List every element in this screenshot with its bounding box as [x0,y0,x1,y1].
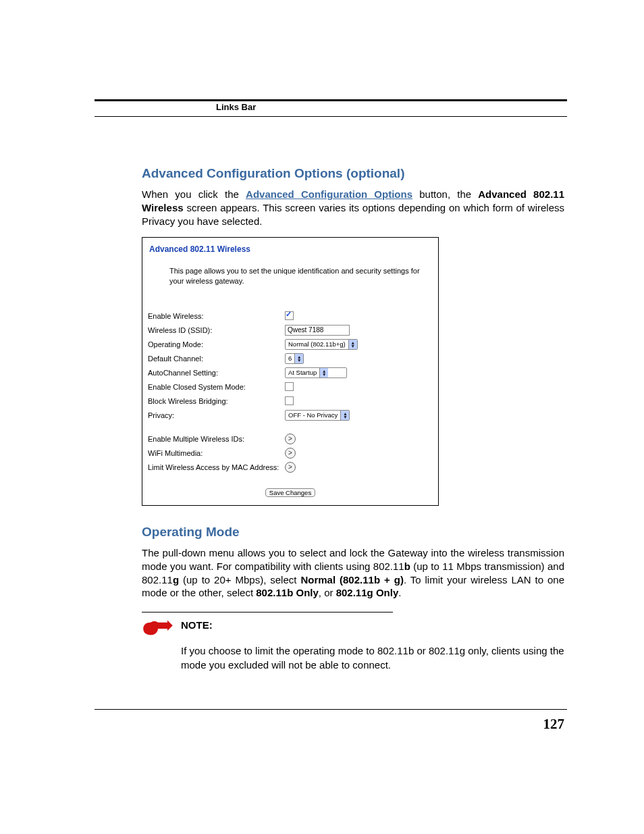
label-block-bridging: Block Wireless Bridging: [148,397,285,405]
arrow-mac-limit[interactable]: > [285,462,296,473]
select-default-channel-value: 6 [286,355,294,362]
label-mac-limit: Limit Wireless Access by MAC Address: [148,463,285,471]
wireless-panel: Advanced 802.11 Wireless This page allow… [142,237,439,506]
stepper-icon: ▲▼ [348,340,357,349]
stepper-icon: ▲▼ [340,411,349,420]
pointer-icon [142,619,181,640]
arrow-multiple-ids[interactable]: > [285,434,296,444]
ssid-input[interactable]: Qwest 7188 [285,325,350,336]
stepper-icon: ▲▼ [319,368,328,377]
intro-pre: When you click the [142,188,246,200]
label-wifi-mm: WiFi Multimedia: [148,449,285,457]
heading-operating-mode: Operating Mode [142,525,564,540]
note-text: If you choose to limit the operating mod… [181,644,564,672]
select-operating-mode[interactable]: Normal (802.11b+g) ▲▼ [285,339,358,350]
intro-post: button, the [412,188,478,200]
checkbox-block-bridging[interactable] [285,396,294,405]
content-area: Advanced Configuration Options (optional… [142,166,564,672]
save-button[interactable]: Save Changes [265,488,315,497]
label-default-channel: Default Channel: [148,355,285,363]
top-rule [95,99,567,101]
header-section: Links Bar [216,102,256,112]
select-privacy-value: OFF - No Privacy [286,411,340,419]
label-ssid: Wireless ID (SSID): [148,326,285,334]
note-rule [142,612,393,613]
advanced-config-link[interactable]: Advanced Configuration Options [246,188,412,200]
label-operating-mode: Operating Mode: [148,340,285,348]
note-label: NOTE: [181,619,564,631]
panel-desc: This page allows you to set the unique i… [169,266,433,286]
operating-mode-paragraph: The pull-down menu allows you to select … [142,546,564,600]
select-privacy[interactable]: OFF - No Privacy ▲▼ [285,410,350,421]
arrow-wifi-mm[interactable]: > [285,448,296,459]
document-page: Links Bar Advanced Configuration Options… [0,0,644,834]
top-thin-rule [95,116,567,117]
checkbox-closed-system[interactable] [285,382,294,391]
select-autochannel[interactable]: At Startup ▲▼ [285,367,347,378]
intro-paragraph: When you click the Advanced Configuratio… [142,188,564,228]
intro-rest: screen appears. This screen varies its o… [142,202,564,227]
label-enable-wireless: Enable Wireless: [148,312,285,320]
checkbox-enable-wireless[interactable] [285,311,294,320]
select-operating-mode-value: Normal (802.11b+g) [286,340,348,348]
note-block: NOTE: If you choose to limit the operati… [142,612,564,672]
heading-advanced: Advanced Configuration Options (optional… [142,166,564,181]
label-closed-system: Enable Closed System Mode: [148,383,285,391]
label-autochannel: AutoChannel Setting: [148,369,285,377]
page-number: 127 [543,716,565,733]
panel-title: Advanced 802.11 Wireless [149,244,433,254]
select-default-channel[interactable]: 6 ▲▼ [285,353,304,364]
label-multiple-ids: Enable Multiple Wireless IDs: [148,435,285,443]
stepper-icon: ▲▼ [294,354,303,363]
label-privacy: Privacy: [148,411,285,419]
select-autochannel-value: At Startup [286,369,319,376]
bottom-rule [95,709,567,710]
